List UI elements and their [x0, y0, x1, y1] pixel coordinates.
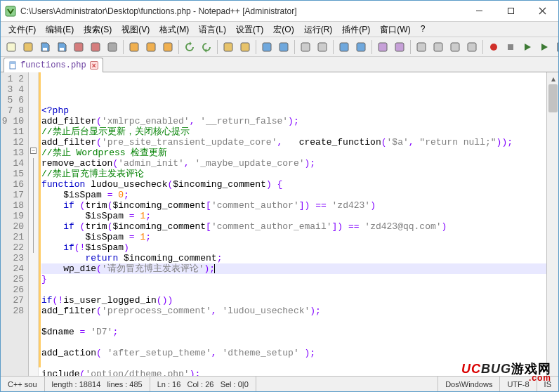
close-button[interactable] — [527, 1, 558, 21]
code-line[interactable] — [41, 285, 558, 295]
indent-guide-icon[interactable] — [375, 39, 390, 55]
svg-rect-20 — [379, 43, 387, 51]
tabbar: functions.php × — [1, 57, 558, 72]
menu-format[interactable]: 格式(M) — [154, 22, 194, 37]
doc-list-icon[interactable] — [430, 39, 446, 55]
macro-save-icon[interactable] — [553, 39, 558, 55]
code-line[interactable]: $isSpam = 1; — [41, 232, 558, 242]
code-line[interactable]: function ludou_usecheck($incoming_commen… — [41, 179, 558, 190]
code-line[interactable] — [41, 358, 558, 369]
svg-rect-19 — [357, 43, 365, 51]
status-lang: C++ sou — [1, 377, 45, 391]
menu-search[interactable]: 搜索(S) — [79, 22, 117, 37]
svg-rect-9 — [130, 43, 138, 51]
cut-icon[interactable] — [126, 39, 142, 55]
lang-udl-icon[interactable] — [392, 39, 407, 55]
code-line[interactable]: $isSpam = 1; — [41, 211, 558, 221]
menu-macro[interactable]: 宏(O) — [268, 22, 298, 37]
macro-play-icon[interactable] — [520, 39, 535, 55]
svg-rect-4 — [43, 48, 47, 51]
status-eol: Dos\Windows — [438, 377, 500, 391]
code-line[interactable]: //禁止 Wordpress 检查更新 — [41, 148, 558, 158]
code-line[interactable]: //禁止后台显示更新，关闭核心提示 — [41, 126, 558, 137]
svg-rect-12 — [224, 43, 232, 51]
fold-column[interactable]: − — [29, 72, 39, 384]
close-icon[interactable] — [71, 39, 86, 55]
macro-record-icon[interactable] — [486, 39, 501, 55]
save-icon[interactable] — [37, 39, 53, 55]
macro-stop-icon[interactable] — [503, 39, 518, 55]
tab-label: functions.php — [20, 60, 86, 70]
new-file-icon[interactable] — [4, 39, 19, 55]
svg-rect-8 — [108, 43, 117, 51]
code-line[interactable]: remove_action('admin_init', '_maybe_upda… — [41, 158, 558, 169]
folder-icon[interactable] — [464, 39, 480, 55]
app-icon — [5, 6, 16, 17]
menu-lang[interactable]: 语言(L) — [194, 22, 231, 37]
code-line[interactable]: } — [41, 274, 558, 285]
scroll-up-icon[interactable]: ▴ — [547, 72, 559, 84]
code-line[interactable]: add_filter('pre_site_transient_update_co… — [41, 137, 558, 148]
func-list-icon[interactable] — [447, 39, 463, 55]
zoom-in-icon[interactable] — [259, 39, 275, 55]
menu-run[interactable]: 运行(R) — [299, 22, 338, 37]
open-file-icon[interactable] — [20, 39, 36, 55]
code-line[interactable]: add_action( 'after_setup_theme', 'dtheme… — [41, 348, 558, 358]
toolbar — [1, 37, 558, 57]
code-line[interactable]: <?php — [41, 105, 558, 116]
macro-multi-icon[interactable] — [537, 39, 552, 55]
svg-rect-6 — [74, 43, 83, 51]
find-icon[interactable] — [221, 39, 236, 55]
code-line[interactable]: //禁止冒充博主发表评论 — [41, 169, 558, 179]
menu-help[interactable]: ? — [416, 22, 430, 37]
change-marker — [39, 72, 41, 367]
tab-functions-php[interactable]: functions.php × — [4, 58, 103, 72]
code-line[interactable]: wp_die('请勿冒充博主发表评论'); — [41, 263, 558, 274]
sync-h-icon[interactable] — [315, 39, 330, 55]
show-all-chars-icon[interactable] — [353, 39, 369, 55]
zoom-out-icon[interactable] — [276, 39, 291, 55]
code-line[interactable]: add_filter('xmlrpc_enabled', '__return_f… — [41, 116, 558, 126]
redo-icon[interactable] — [199, 39, 214, 55]
menu-edit[interactable]: 编辑(E) — [41, 22, 79, 37]
copy-icon[interactable] — [143, 39, 159, 55]
undo-icon[interactable] — [182, 39, 197, 55]
close-all-icon[interactable] — [88, 39, 103, 55]
scroll-thumb[interactable] — [548, 84, 558, 112]
menu-window[interactable]: 窗口(W) — [375, 22, 415, 37]
menu-settings[interactable]: 设置(T) — [231, 22, 268, 37]
editor[interactable]: 1 2 3 4 5 6 7 8 9 10 11 12 13 14 15 16 1… — [1, 72, 558, 384]
doc-map-icon[interactable] — [414, 39, 429, 55]
status-encoding: UTF-8 — [500, 377, 537, 391]
code-line[interactable]: if (trim($incoming_comment['comment_auth… — [41, 221, 558, 232]
code-line[interactable]: $dname = 'D7'; — [41, 327, 558, 337]
tab-close-icon[interactable]: × — [90, 61, 98, 70]
svg-rect-0 — [6, 6, 15, 16]
file-icon — [8, 61, 17, 70]
statusbar: C++ sou length : 18814 lines : 485 Ln : … — [1, 376, 558, 391]
print-icon[interactable] — [105, 39, 120, 55]
sync-v-icon[interactable] — [298, 39, 313, 55]
menu-file[interactable]: 文件(F) — [4, 22, 41, 37]
svg-rect-16 — [301, 43, 310, 51]
paste-icon[interactable] — [160, 39, 176, 55]
code-line[interactable]: if (trim($incoming_comment['comment_auth… — [41, 200, 558, 211]
code-line[interactable]: add_filter('preprocess_comment', 'ludou_… — [41, 306, 558, 316]
fold-toggle-icon[interactable]: − — [30, 148, 37, 154]
code-line[interactable]: $isSpam = 0; — [41, 190, 558, 200]
code-line[interactable]: return $incoming_comment; — [41, 253, 558, 263]
word-wrap-icon[interactable] — [336, 39, 352, 55]
save-all-icon[interactable] — [54, 39, 70, 55]
replace-icon[interactable] — [237, 39, 253, 55]
maximize-button[interactable] — [495, 1, 527, 21]
code-line[interactable]: if(!is_user_logged_in()) — [41, 295, 558, 306]
menu-view[interactable]: 视图(V) — [117, 22, 154, 37]
menu-plugins[interactable]: 插件(P) — [337, 22, 375, 37]
code-line[interactable] — [41, 337, 558, 348]
code-line[interactable] — [41, 316, 558, 327]
vertical-scrollbar[interactable]: ▴ ▾ — [546, 72, 558, 384]
code-area[interactable]: <?phpadd_filter('xmlrpc_enabled', '__ret… — [39, 72, 558, 384]
menubar: 文件(F) 编辑(E) 搜索(S) 视图(V) 格式(M) 语言(L) 设置(T… — [1, 22, 558, 37]
minimize-button[interactable] — [463, 1, 495, 21]
code-line[interactable]: if(!$isSpam) — [41, 242, 558, 253]
